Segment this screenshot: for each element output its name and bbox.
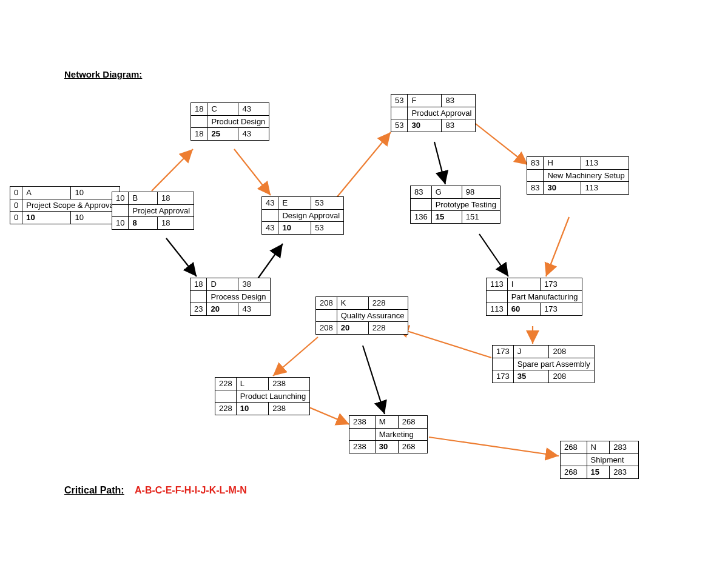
activity-id: I: [507, 278, 540, 291]
es: 268: [561, 441, 587, 454]
activity-node-N: 268N283Shipment26815283: [560, 441, 639, 479]
duration: 30: [375, 441, 398, 453]
lf: 151: [462, 211, 500, 224]
activity-node-A: 0A100Project Scope & Approval01010: [10, 186, 120, 224]
lf: 238: [269, 403, 310, 415]
arrow-G-I: [479, 234, 508, 276]
duration: 10: [236, 403, 269, 415]
duration: 35: [513, 370, 549, 383]
lf: 53: [311, 222, 344, 235]
activity-name: Marketing: [375, 428, 427, 441]
duration: 10: [278, 222, 311, 235]
activity-name: Product Launching: [236, 390, 309, 403]
es: 113: [487, 278, 508, 291]
lf: 83: [442, 119, 476, 132]
activity-id: A: [22, 187, 71, 199]
arrow-F-G: [434, 142, 445, 184]
ef: 83: [442, 95, 476, 107]
ls: 23: [190, 303, 207, 316]
ef: 268: [398, 416, 427, 429]
activity-id: K: [337, 297, 368, 310]
slack: 0: [10, 199, 22, 212]
activity-name: Product Approval: [408, 107, 476, 119]
ls: 0: [10, 212, 22, 224]
lf: 228: [368, 322, 408, 335]
slack: [411, 198, 432, 211]
es: 0: [10, 187, 22, 199]
activity-name: Part Manufacturing: [507, 290, 582, 303]
lf: 173: [540, 303, 582, 316]
duration: 30: [544, 182, 581, 195]
slack: [487, 290, 508, 303]
ef: 228: [368, 297, 408, 310]
slack: [391, 107, 408, 119]
arrow-M-N: [429, 437, 559, 456]
ef: 208: [549, 346, 594, 358]
ef: 98: [462, 186, 500, 199]
arrow-B-C: [152, 149, 193, 191]
ef: 53: [311, 197, 344, 210]
activity-id: E: [278, 197, 311, 210]
page: Network Diagram: 0A100Project Scope & Ap…: [0, 0, 728, 562]
arrow-E-F: [332, 132, 391, 202]
activity-id: G: [431, 186, 462, 199]
ls: 268: [561, 466, 587, 479]
arrow-K-L: [273, 337, 318, 376]
es: 83: [527, 157, 544, 170]
lf: 208: [549, 370, 594, 383]
duration: 8: [129, 217, 157, 230]
arrow-J-K: [396, 327, 491, 358]
lf: 43: [238, 128, 269, 141]
activity-name: Project Scope & Approval: [22, 199, 120, 212]
duration: 15: [431, 211, 462, 224]
arrow-C-E: [234, 149, 271, 195]
activity-id: D: [207, 278, 238, 291]
es: 83: [411, 186, 432, 199]
duration: 25: [207, 128, 238, 141]
duration: 15: [587, 466, 610, 479]
slack: [316, 309, 337, 322]
slack: [561, 453, 587, 466]
activity-name: Spare part Assembly: [513, 358, 594, 370]
ef: 43: [238, 103, 269, 116]
activity-id: H: [544, 157, 581, 170]
es: 18: [190, 278, 207, 291]
activity-node-K: 208K228Quality Assurance20820228: [315, 296, 408, 335]
slack: [190, 290, 207, 303]
activity-name: Quality Assurance: [337, 309, 408, 322]
activity-name: Project Approval: [129, 204, 194, 217]
activity-node-F: 53F83Product Approval533083: [391, 94, 476, 132]
ef: 18: [157, 192, 194, 205]
ls: 53: [391, 119, 408, 132]
activity-id: J: [513, 346, 549, 358]
ls: 18: [191, 128, 207, 141]
ls: 208: [316, 322, 337, 335]
slack: [191, 115, 207, 128]
activity-name: Process Design: [207, 290, 270, 303]
activity-id: N: [587, 441, 610, 454]
activity-node-E: 43E53Design Approval431053: [261, 196, 344, 235]
ef: 173: [540, 278, 582, 291]
ls: 113: [487, 303, 508, 316]
activity-name: Design Approval: [278, 209, 344, 222]
slack: [493, 358, 514, 370]
ef: 238: [269, 378, 310, 390]
ls: 43: [262, 222, 278, 235]
slack: [349, 428, 376, 441]
duration: 60: [507, 303, 540, 316]
critical-path-label: Critical Path:: [64, 485, 124, 496]
activity-id: M: [375, 416, 398, 429]
lf: 283: [610, 466, 639, 479]
es: 228: [215, 378, 237, 390]
activity-node-D: 18D38Process Design232043: [190, 278, 271, 316]
activity-node-J: 173J208Spare part Assembly17335208: [492, 345, 595, 383]
ls: 228: [215, 403, 237, 415]
es: 18: [191, 103, 207, 116]
activity-node-G: 83G98Prototype Testing13615151: [410, 186, 500, 224]
lf: 18: [157, 217, 194, 230]
lf: 268: [398, 441, 427, 453]
activity-id: C: [207, 103, 238, 116]
slack: [215, 390, 237, 403]
activity-node-M: 238M268Marketing23830268: [349, 415, 428, 453]
activity-id: F: [408, 95, 442, 107]
